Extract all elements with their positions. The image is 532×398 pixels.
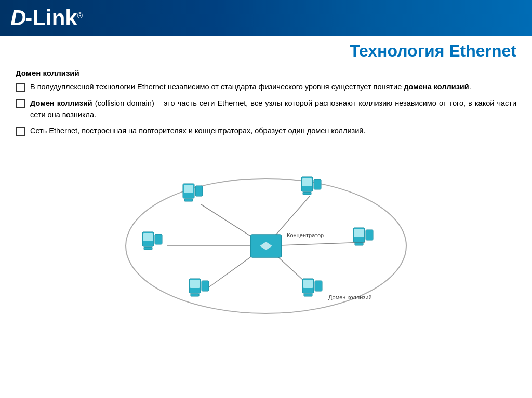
page-title: Технология Ethernet [16, 42, 516, 61]
svg-rect-19 [144, 247, 152, 250]
svg-rect-15 [303, 192, 311, 195]
logo-reg: ® [77, 11, 83, 20]
network-diagram: Концентратор [110, 150, 422, 316]
title-area: Технология Ethernet [0, 36, 532, 63]
diagram-area: Концентратор [0, 150, 532, 316]
svg-rect-22 [354, 229, 364, 237]
domain-label: Домен коллизий [328, 294, 372, 300]
checkbox-icon-2 [16, 99, 25, 108]
svg-rect-30 [303, 280, 313, 288]
logo-d: D [10, 7, 25, 29]
section-heading: Домен коллизий [16, 68, 516, 77]
svg-rect-28 [202, 281, 209, 291]
logo-dash: - [25, 7, 32, 29]
paragraph-2: Домен коллизий (collision domain) – это … [16, 98, 516, 121]
content-area: Домен коллизий В полудуплексной технолог… [0, 63, 532, 147]
title-main: Ethernet [449, 42, 516, 60]
svg-rect-20 [155, 234, 162, 244]
svg-rect-27 [191, 294, 199, 296]
paragraph-1-text: В полудуплексной технологии Ethernet нез… [30, 81, 516, 93]
svg-rect-10 [184, 185, 193, 193]
svg-rect-11 [184, 199, 193, 201]
svg-rect-14 [302, 178, 312, 186]
header: D-Link® [0, 0, 532, 36]
checkbox-icon-3 [16, 127, 25, 136]
paragraph-1: В полудуплексной технологии Ethernet нез… [16, 81, 516, 93]
paragraph-3: Сеть Ethernet, построенная на повторител… [16, 126, 516, 137]
svg-rect-18 [143, 233, 153, 241]
svg-rect-12 [195, 186, 203, 196]
svg-rect-31 [304, 294, 312, 296]
svg-rect-26 [190, 280, 200, 288]
svg-rect-16 [314, 179, 321, 189]
hub-icon [250, 235, 282, 257]
svg-rect-32 [315, 281, 322, 291]
hub-label: Концентратор [287, 232, 324, 238]
title-prefix: Технология [350, 42, 449, 60]
paragraph-2-text: Домен коллизий (collision domain) – это … [30, 98, 516, 121]
checkbox-icon-1 [16, 83, 25, 92]
logo-link: Link [32, 7, 77, 29]
dlink-logo: D-Link® [10, 7, 83, 29]
svg-rect-23 [355, 243, 363, 245]
paragraph-3-text: Сеть Ethernet, построенная на повторител… [30, 126, 516, 137]
svg-rect-24 [366, 230, 373, 240]
